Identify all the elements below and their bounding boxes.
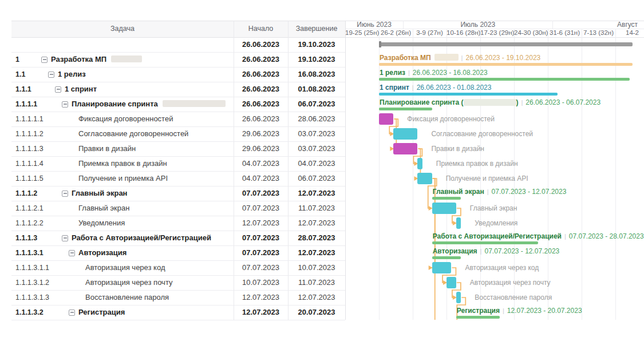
week-header-label: 31-6 (31н)	[548, 29, 582, 37]
table-row[interactable]: 1.1.11 спринт26.06.202301.08.2023	[11, 82, 345, 97]
summary-name: Авторизация	[433, 247, 477, 255]
column-header-task[interactable]: Задача	[11, 21, 234, 37]
summary-name: Главный экран	[433, 188, 484, 196]
start-date: 04.07.2023	[234, 156, 288, 171]
grid-line-v	[403, 21, 404, 29]
gantt-bar-task[interactable]	[393, 143, 417, 154]
gantt-task-label: Приемка правок в дизайн	[436, 156, 518, 171]
wbs-number: 1.1.1.2	[15, 186, 37, 201]
task-name-label: Фиксация договоренностей	[78, 112, 173, 126]
gantt-bar-summary[interactable]	[432, 256, 461, 259]
redacted-text	[163, 100, 226, 107]
wbs-number: 1.1.1.3	[15, 231, 37, 245]
table-row[interactable]: 1.1.1.2.1Главный экран07.07.202311.07.20…	[11, 201, 345, 216]
task-name-label: Главный экран	[72, 186, 127, 201]
collapse-icon[interactable]	[62, 191, 68, 197]
summary-name: Работа с Авторизацией/Регистрацией	[433, 232, 562, 240]
table-row[interactable]: 1.1.1.3.2Регистрация12.07.202320.07.2023	[11, 305, 345, 320]
wbs-number: 1.1.1.3.1	[15, 245, 44, 260]
table-row[interactable]: 1.1.1.3.1.2Авторизация через почту10.07.…	[11, 275, 345, 291]
summary-dates: 26.06.2023 - 16.08.2023	[413, 69, 488, 77]
table-row[interactable]: 1.1.1.1Планирование спринта26.06.202306.…	[11, 97, 345, 112]
collapse-icon[interactable]	[48, 72, 54, 78]
gantt-bar-summary[interactable]	[432, 241, 538, 244]
end-date: 03.07.2023	[288, 141, 345, 156]
collapse-icon[interactable]	[69, 310, 75, 316]
column-header-end[interactable]: Завершение	[288, 21, 345, 37]
table-row[interactable]: 26.06.202319.10.2023	[11, 37, 345, 53]
end-date: 16.08.2023	[288, 67, 345, 82]
start-date: 04.07.2023	[234, 171, 288, 186]
table-row[interactable]: 1.11 релиз26.06.202316.08.2023	[11, 67, 345, 82]
table-row[interactable]: 1.1.1.3.1.3Восстановление пароля12.07.20…	[11, 290, 345, 306]
task-name-label: Разработка МП	[51, 52, 142, 67]
gantt-bar-summary[interactable]	[379, 63, 633, 66]
gantt-bar-summary[interactable]	[379, 93, 558, 96]
table-row[interactable]: 1.1.1.3.1Авторизация07.07.202312.07.2023	[11, 245, 345, 261]
summary-dates: 07.07.2023 - 12.07.2023	[484, 247, 559, 255]
label-separator: |	[503, 307, 504, 314]
collapse-icon[interactable]	[62, 101, 68, 108]
table-row[interactable]: 1.1.1.1.5Получение и приемка API04.07.20…	[11, 171, 345, 187]
label-separator: |	[564, 233, 566, 240]
wbs-number: 1.1.1	[15, 82, 31, 97]
gantt-bar-project[interactable]	[379, 42, 633, 46]
end-date: 04.07.2023	[288, 156, 345, 171]
label-separator: |	[461, 54, 463, 61]
gantt-bar-summary[interactable]	[456, 316, 500, 319]
gantt-bar-task[interactable]	[432, 262, 452, 273]
week-header-label: 14-2	[615, 29, 644, 37]
task-name-label: Уведомления	[78, 216, 125, 231]
gantt-bar-summary[interactable]	[379, 108, 432, 110]
gantt-bar-task[interactable]	[417, 158, 422, 169]
gantt-bar-task[interactable]	[432, 203, 456, 214]
gantt-bar-project-cap	[379, 41, 381, 47]
column-header-start[interactable]: Начало	[234, 21, 288, 37]
table-row[interactable]: 1.1.1.2Главный экран07.07.202312.07.2023	[11, 186, 345, 201]
redacted-text	[464, 99, 516, 106]
collapse-icon[interactable]	[69, 250, 75, 256]
gantt-bar-task[interactable]	[456, 217, 461, 229]
end-date: 06.07.2023	[288, 97, 345, 112]
gantt-bar-task[interactable]	[393, 128, 417, 140]
gantt-summary-label: 1 релиз|26.06.2023 - 16.08.2023	[380, 68, 488, 77]
table-row[interactable]: 1.1.1.1.4Приемка правок в дизайн04.07.20…	[11, 156, 345, 172]
start-date: 12.07.2023	[234, 290, 288, 305]
summary-name: 1 спринт	[380, 84, 409, 92]
table-row[interactable]: 1.1.1.3.1.1Авторизация через код07.07.20…	[11, 260, 345, 276]
wbs-number: 1.1.1.1.4	[15, 156, 44, 171]
task-name-label: Планирование спринта	[72, 97, 226, 112]
summary-name: Планирование спринта ()	[380, 98, 519, 106]
end-date: 12.07.2023	[288, 216, 345, 231]
task-name-label: Получение и приемка API	[78, 171, 168, 186]
redacted-text	[111, 55, 142, 62]
gantt-bar-summary[interactable]	[432, 197, 461, 200]
table-row[interactable]: 1.1.1.2.2Уведомления12.07.202312.07.2023	[11, 216, 345, 231]
gantt-bar-task[interactable]	[417, 173, 432, 184]
gantt-bar-task[interactable]	[447, 277, 456, 288]
collapse-icon[interactable]	[62, 235, 68, 241]
collapse-icon[interactable]	[41, 57, 48, 63]
gantt-task-label: Главный экран	[470, 201, 517, 216]
start-date: 26.06.2023	[234, 112, 288, 126]
table-row[interactable]: 1.1.1.1.1Фиксация договоренностей26.06.2…	[11, 112, 345, 127]
week-header-label: 24-30 (30н)	[514, 29, 548, 37]
gantt-task-label: Получение и приемка API	[446, 171, 528, 186]
task-name-label: Авторизация через почту	[85, 275, 172, 290]
task-name-label: Авторизация через код	[85, 260, 165, 275]
end-date: 19.10.2023	[288, 37, 345, 52]
gantt-bar-task[interactable]	[456, 292, 461, 303]
table-row[interactable]: 1Разработка МП26.06.202319.10.2023	[11, 52, 345, 68]
gantt-task-label: Согласование договоренностей	[431, 126, 533, 141]
gantt-bar-summary[interactable]	[379, 78, 630, 81]
end-date: 12.07.2023	[288, 245, 345, 260]
label-separator: |	[480, 248, 482, 255]
start-date: 12.07.2023	[234, 305, 288, 320]
collapse-icon[interactable]	[55, 86, 61, 93]
gantt-bar-task[interactable]	[379, 113, 393, 125]
gantt-summary-label: Работа с Авторизацией/Регистрацией|07.07…	[433, 232, 644, 241]
table-row[interactable]: 1.1.1.1.3Правки в дизайн29.06.202303.07.…	[11, 141, 345, 157]
table-row[interactable]: 1.1.1.3Работа с Авторизацией/Регистрацие…	[11, 231, 345, 246]
table-row[interactable]: 1.1.1.1.2Согласование договоренностей29.…	[11, 126, 345, 142]
summary-name: Регистрация	[457, 307, 500, 315]
